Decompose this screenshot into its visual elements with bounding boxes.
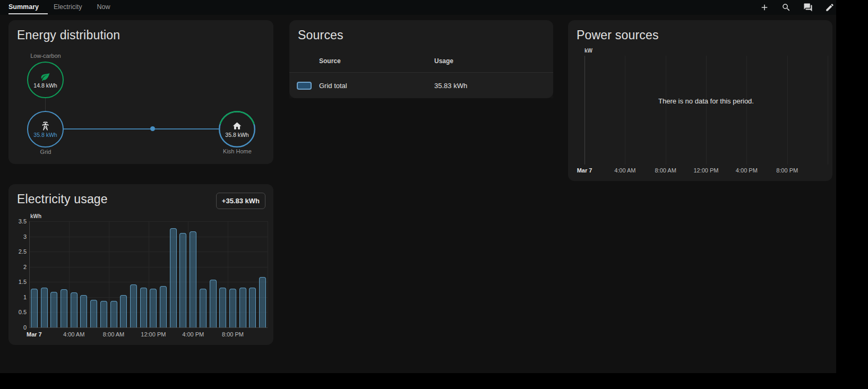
- x-axis-tick-label: 4:00 PM: [736, 167, 758, 174]
- usage-bar[interactable]: [31, 289, 38, 327]
- grid-color-swatch: [297, 82, 312, 90]
- grid-line-vertical: [29, 221, 30, 327]
- usage-bar[interactable]: [200, 289, 207, 327]
- grid-line-vertical: [69, 221, 70, 327]
- x-axis-tick-label: 4:00 AM: [614, 167, 635, 174]
- usage-bar[interactable]: [170, 228, 177, 327]
- home-label: Kish Home: [205, 148, 269, 154]
- grid-line-vertical: [149, 221, 149, 327]
- y-axis-tick-label: 0.5: [8, 309, 27, 315]
- usage-bar[interactable]: [50, 292, 57, 327]
- card-title: Electricity usage: [17, 192, 108, 206]
- x-axis-tick-label: 8:00 AM: [103, 331, 124, 338]
- x-axis-tick-label: 12:00 PM: [141, 331, 166, 338]
- grid-line-vertical: [188, 221, 188, 327]
- power-sources-card: Power sources kW There is no data for th…: [568, 20, 832, 181]
- low-carbon-grid-connector: [45, 98, 46, 111]
- source-usage: 35.83 kWh: [434, 82, 467, 90]
- grid-line-vertical: [109, 221, 109, 327]
- x-axis-tick-label: 8:00 PM: [776, 167, 798, 174]
- y-axis-tick-label: 1: [8, 294, 27, 300]
- grid-line-vertical: [268, 221, 268, 327]
- leaf-icon: [40, 72, 50, 82]
- card-title: Power sources: [577, 28, 659, 42]
- x-axis-tick-label: 12:00 PM: [693, 167, 718, 174]
- x-axis-tick-label: 4:00 PM: [182, 331, 204, 338]
- toolbar-actions: [760, 3, 835, 12]
- y-axis-tick-label: 2: [8, 264, 27, 270]
- usage-bar[interactable]: [229, 289, 236, 327]
- x-axis-tick-label: Mar 7: [27, 331, 42, 338]
- grid-line-vertical: [787, 56, 788, 165]
- energy-distribution-card: Energy distribution Low-carbon 14.8 kWh …: [8, 20, 273, 164]
- view-tabs: Summary Electricity Now: [8, 0, 125, 15]
- grid-line-vertical: [585, 56, 585, 165]
- grid-node[interactable]: 35.8 kWh: [27, 111, 64, 148]
- low-carbon-value: 14.8 kWh: [33, 82, 57, 89]
- transmission-tower-icon: [40, 121, 50, 131]
- tab-electricity[interactable]: Electricity: [54, 0, 82, 15]
- usage-bar[interactable]: [110, 301, 117, 327]
- tab-now[interactable]: Now: [97, 0, 110, 15]
- tab-summary[interactable]: Summary: [8, 0, 39, 15]
- grid-value: 35.8 kWh: [33, 132, 57, 138]
- usage-bar[interactable]: [100, 301, 107, 327]
- y-axis-tick-label: 1.5: [8, 279, 27, 285]
- sources-card: Sources Source Usage Grid total 35.83 kW…: [289, 20, 553, 98]
- plus-icon[interactable]: [760, 3, 769, 12]
- usage-bar[interactable]: [90, 300, 97, 327]
- usage-bar[interactable]: [140, 288, 147, 327]
- flow-dot: [150, 126, 155, 131]
- electricity-usage-chart[interactable]: [29, 221, 268, 327]
- x-axis-tick-label: Mar 7: [577, 167, 592, 174]
- usage-bar[interactable]: [210, 280, 217, 327]
- app-window: Summary Electricity Now Energy distribut…: [0, 0, 836, 373]
- grid-label: Grid: [14, 149, 78, 155]
- grid-line-vertical: [828, 56, 828, 165]
- low-carbon-node[interactable]: 14.8 kWh: [27, 62, 64, 98]
- usage-bar[interactable]: [160, 286, 167, 327]
- source-name: Grid total: [319, 82, 347, 90]
- grid-line-horizontal: [29, 327, 268, 328]
- y-axis-tick-label: 0: [8, 324, 27, 331]
- usage-bar[interactable]: [41, 288, 48, 327]
- usage-bar[interactable]: [249, 288, 256, 327]
- usage-bar[interactable]: [179, 233, 186, 327]
- table-row[interactable]: Grid total 35.83 kWh: [289, 72, 553, 98]
- column-header-source: Source: [319, 57, 341, 65]
- home-icon: [232, 121, 242, 131]
- y-axis-tick-label: 2.5: [8, 248, 27, 255]
- search-icon[interactable]: [781, 3, 791, 12]
- electricity-usage-card: Electricity usage +35.83 kWh kWh 00.511.…: [8, 184, 273, 345]
- usage-bar[interactable]: [61, 289, 67, 327]
- usage-bar[interactable]: [71, 292, 78, 327]
- usage-bar[interactable]: [239, 288, 246, 327]
- usage-bar[interactable]: [130, 284, 137, 327]
- home-value: 35.8 kWh: [225, 132, 248, 138]
- y-axis-tick-label: 3.5: [8, 218, 27, 224]
- forum-icon[interactable]: [803, 3, 813, 12]
- x-axis-tick-label: 4:00 AM: [63, 331, 84, 338]
- grid-line-vertical: [625, 56, 625, 165]
- grid-line-vertical: [666, 56, 666, 165]
- grid-line-vertical: [228, 221, 228, 327]
- usage-bar[interactable]: [120, 295, 127, 327]
- low-carbon-label: Low-carbon: [14, 53, 78, 59]
- usage-bar[interactable]: [80, 295, 87, 327]
- grid-home-flow-line: [64, 128, 219, 129]
- usage-bar[interactable]: [190, 231, 196, 327]
- x-axis-tick-label: 8:00 PM: [222, 331, 244, 338]
- usage-bar[interactable]: [219, 288, 226, 327]
- grid-line-vertical: [706, 56, 707, 165]
- y-axis-unit: kWh: [30, 213, 41, 219]
- usage-bar[interactable]: [150, 289, 157, 327]
- home-node[interactable]: 35.8 kWh: [219, 111, 255, 148]
- y-axis-tick-label: 3: [8, 234, 27, 240]
- pencil-icon[interactable]: [825, 3, 835, 12]
- x-axis-tick-label: 8:00 AM: [655, 167, 676, 174]
- card-title: Energy distribution: [17, 28, 120, 42]
- power-sources-chart[interactable]: [585, 56, 828, 165]
- column-header-usage: Usage: [434, 57, 453, 65]
- total-usage-badge[interactable]: +35.83 kWh: [216, 193, 265, 209]
- usage-bar[interactable]: [259, 277, 266, 327]
